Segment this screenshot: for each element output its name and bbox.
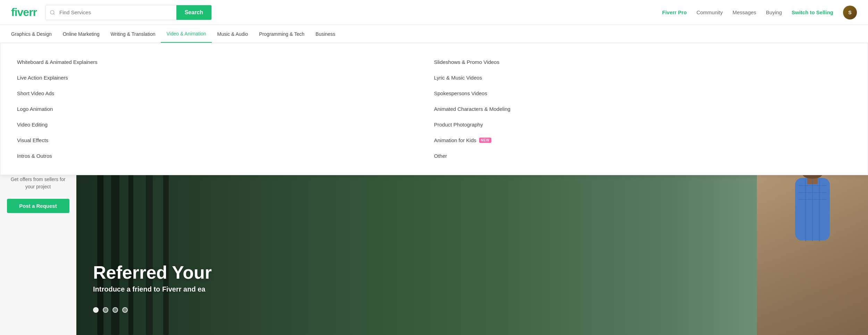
svg-point-0 — [50, 10, 54, 14]
nav-messages[interactable]: Messages — [733, 9, 756, 15]
cat-music-audio[interactable]: Music & Audio — [212, 25, 254, 43]
dropdown-short-video[interactable]: Short Video Ads — [17, 85, 434, 101]
dropdown-whiteboard[interactable]: Whiteboard & Animated Explainers — [17, 54, 434, 70]
dropdown-live-action[interactable]: Live Action Explainers — [17, 70, 434, 85]
dropdown-slideshows[interactable]: Slideshows & Promo Videos — [434, 54, 851, 70]
cat-graphics-design[interactable]: Graphics & Design — [11, 25, 57, 43]
dropdown-visual-effects[interactable]: Visual Effects — [17, 132, 434, 148]
search-button[interactable]: Search — [176, 5, 211, 20]
dropdown-col-1: Whiteboard & Animated Explainers Live Ac… — [17, 54, 434, 164]
hero-subtitle: Introduce a friend to Fiverr and ea — [93, 285, 212, 293]
dot-1[interactable] — [93, 307, 99, 313]
header-nav: Fiverr Pro Community Messages Buying Swi… — [662, 6, 857, 19]
dropdown-intros-outros[interactable]: Intros & Outros — [17, 148, 434, 164]
svg-line-1 — [53, 14, 55, 15]
video-animation-dropdown: Whiteboard & Animated Explainers Live Ac… — [0, 43, 868, 175]
dot-4[interactable] — [122, 307, 128, 313]
dot-2[interactable] — [103, 307, 108, 313]
header: fiverr Search Fiverr Pro Community Messa… — [0, 0, 868, 25]
avatar[interactable]: S — [843, 6, 857, 19]
nav-fiverr-pro[interactable]: Fiverr Pro — [662, 9, 687, 15]
dropdown-spokespersons[interactable]: Spokespersons Videos — [434, 85, 851, 101]
search-bar: Search — [45, 5, 212, 20]
cat-programming-tech[interactable]: Programming & Tech — [253, 25, 310, 43]
dot-3[interactable] — [112, 307, 118, 313]
nav-community[interactable]: Community — [696, 9, 723, 15]
new-badge: NEW — [479, 138, 491, 143]
category-nav: Graphics & Design Online Marketing Writi… — [0, 25, 868, 43]
hero-dots — [93, 307, 128, 313]
cat-online-marketing[interactable]: Online Marketing — [57, 25, 105, 43]
dropdown-other[interactable]: Other — [434, 148, 851, 164]
dropdown-col-2: Slideshows & Promo Videos Lyric & Music … — [434, 54, 851, 164]
dropdown-animated-characters[interactable]: Animated Characters & Modeling — [434, 101, 851, 117]
dropdown-product-photography[interactable]: Product Photography — [434, 117, 851, 132]
sub-text: Get offers from sellers for your project — [8, 176, 68, 190]
hero-text-block: Referred Your Introduce a friend to Five… — [93, 263, 212, 293]
hero-title: Referred Your — [93, 263, 212, 283]
dropdown-animation-kids[interactable]: Animation for Kids NEW — [434, 132, 851, 148]
nav-switch-to-selling[interactable]: Switch to Selling — [792, 9, 833, 15]
dropdown-video-editing[interactable]: Video Editing — [17, 117, 434, 132]
dropdown-lyric-music[interactable]: Lyric & Music Videos — [434, 70, 851, 85]
dropdown-logo-animation[interactable]: Logo Animation — [17, 101, 434, 117]
cat-video-animation[interactable]: Video & Animation — [161, 25, 211, 43]
logo[interactable]: fiverr — [11, 6, 37, 19]
category-nav-wrapper: Graphics & Design Online Marketing Writi… — [0, 25, 868, 43]
cat-writing-translation[interactable]: Writing & Translation — [105, 25, 161, 43]
search-icon — [45, 5, 59, 20]
search-input[interactable] — [59, 5, 176, 20]
nav-buying[interactable]: Buying — [766, 9, 782, 15]
post-request-button[interactable]: Post a Request — [7, 199, 69, 213]
cat-business[interactable]: Business — [310, 25, 341, 43]
